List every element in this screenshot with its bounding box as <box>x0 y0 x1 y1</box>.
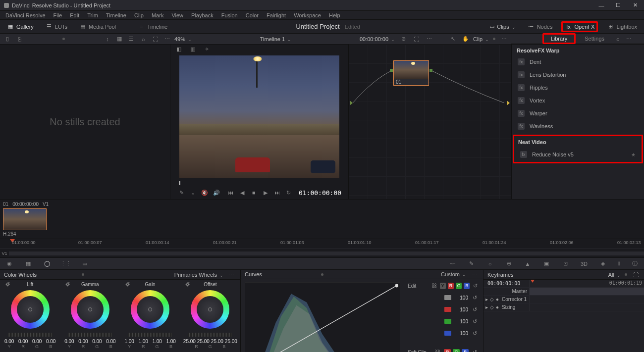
node-scope[interactable]: Clip <box>473 36 489 42</box>
wheel-value[interactable]: 1.00 <box>151 339 163 344</box>
wheel-value[interactable]: 1.00 <box>123 339 136 344</box>
fx-item-ripples[interactable]: fxRipples <box>512 81 644 94</box>
wheel-value[interactable]: 0.00 <box>31 339 44 344</box>
menu-help[interactable]: Help <box>325 12 344 19</box>
motion-effects-icon[interactable]: ▭ <box>80 259 89 268</box>
wheel-value[interactable]: 25.00 <box>224 339 237 344</box>
menu-file[interactable]: File <box>50 12 66 19</box>
node-graph-panel[interactable]: 01 <box>349 45 511 199</box>
green-intensity[interactable]: 100 <box>453 319 468 324</box>
list-icon[interactable]: ☰ <box>127 35 136 44</box>
timeline-toggle[interactable]: ≡Timeline <box>135 22 170 32</box>
split-icon[interactable]: ▥ <box>188 45 197 53</box>
camera-raw-icon[interactable]: ◉ <box>5 259 14 268</box>
g-softclip-chip[interactable]: G <box>453 349 460 352</box>
menu-view[interactable]: View <box>168 12 187 19</box>
viewer-zoom[interactable]: 49% <box>174 36 192 42</box>
loop-icon[interactable]: ↻ <box>284 188 293 197</box>
kf-visible-icon[interactable]: ● <box>496 304 499 310</box>
r-softclip-chip[interactable]: R <box>444 349 451 352</box>
sort-icon[interactable]: ↕ <box>103 35 112 44</box>
kf-expand-icon[interactable]: ⛶ <box>631 270 640 279</box>
link-icon[interactable]: ⛓ <box>430 281 438 290</box>
transport-tc[interactable]: 01:00:00:00 <box>299 189 341 197</box>
y-channel-chip[interactable]: Y <box>440 283 446 289</box>
hand-icon[interactable]: ✋ <box>461 35 470 44</box>
wipe-icon[interactable]: ◧ <box>174 45 183 53</box>
curves-icon[interactable]: ⬳ <box>448 259 457 268</box>
fx-tab-settings[interactable]: Settings <box>578 35 611 43</box>
kf-expand-icon[interactable]: ▸ <box>485 304 488 310</box>
sizing-icon[interactable]: ⊡ <box>561 259 570 268</box>
menu-color[interactable]: Color <box>242 12 262 19</box>
mute-icon[interactable]: 🔇 <box>201 188 209 197</box>
reset-icon[interactable]: ↺ <box>470 329 479 338</box>
curve-editor[interactable] <box>241 279 404 352</box>
pointer-icon[interactable]: ↖ <box>448 35 457 44</box>
wheel-value[interactable]: 0.00 <box>3 339 16 344</box>
tracker-icon[interactable]: ⊕ <box>504 259 513 268</box>
reset-icon[interactable]: ↺ <box>183 280 192 289</box>
key-icon[interactable]: ▣ <box>542 259 551 268</box>
rgb-mixer-icon[interactable]: ⋮⋮ <box>61 259 70 268</box>
stereo-icon[interactable]: 3D <box>580 259 589 268</box>
last-frame-icon[interactable]: ⏭ <box>272 188 281 197</box>
node-output-icon[interactable] <box>429 69 432 72</box>
menu-playback[interactable]: Playback <box>188 12 217 19</box>
wheel-value[interactable]: 0.00 <box>45 339 57 344</box>
fx-item-reducenoise[interactable]: fxReduce Noise v5★ <box>514 148 642 161</box>
clips-dropdown[interactable]: ▭Clips <box>485 22 518 32</box>
viewer-timeline-name[interactable]: Timeline 1 <box>260 36 291 42</box>
minimize-button[interactable]: ― <box>596 0 606 10</box>
node-more-icon[interactable]: ⋯ <box>499 35 508 44</box>
grid-icon[interactable]: ▦ <box>115 35 124 44</box>
keyframes-mode[interactable]: All <box>608 272 621 278</box>
wheel-value[interactable]: 25.00 <box>197 339 210 344</box>
wheel-handle-icon[interactable] <box>88 307 92 311</box>
reset-icon[interactable]: ↺ <box>123 280 132 289</box>
menu-trim[interactable]: Trim <box>84 12 102 19</box>
menu-edit[interactable]: Edit <box>66 12 83 19</box>
menu-mark[interactable]: Mark <box>148 12 167 19</box>
menu-workspace[interactable]: Workspace <box>290 12 324 19</box>
search-icon[interactable]: ⌕ <box>139 35 148 44</box>
color-wheel[interactable] <box>11 290 50 329</box>
viewer-more-icon[interactable]: ⋯ <box>425 35 433 44</box>
wheel-value[interactable]: 0.00 <box>17 339 30 344</box>
menu-clip[interactable]: Clip <box>131 12 147 19</box>
wheel-value[interactable]: 0.00 <box>91 339 104 344</box>
fx-more-icon[interactable]: ⋯ <box>624 34 633 43</box>
qualifier-icon[interactable]: ✎ <box>467 259 476 268</box>
first-frame-icon[interactable]: ⏮ <box>226 188 235 197</box>
gallery-toggle[interactable]: ▦Gallery <box>4 22 37 32</box>
reset-icon[interactable]: ↺ <box>3 280 12 289</box>
viewer-image[interactable] <box>179 55 339 178</box>
red-intensity[interactable]: 100 <box>453 307 468 312</box>
fx-search-icon[interactable]: ⌕ <box>613 34 622 43</box>
stop-icon[interactable]: ■ <box>250 188 258 197</box>
step-back-icon[interactable]: ◀ <box>238 188 246 197</box>
fx-tab-library[interactable]: Library <box>542 33 576 44</box>
reset-icon[interactable]: ↺ <box>471 348 479 352</box>
close-window-button[interactable]: ✕ <box>630 0 640 10</box>
jog-wheel[interactable] <box>8 333 53 337</box>
reset-icon[interactable]: ↺ <box>470 305 479 314</box>
reset-icon[interactable]: ↺ <box>470 317 479 326</box>
maximize-button[interactable]: ☐ <box>613 0 623 10</box>
nodes-toggle[interactable]: ⊶Nodes <box>525 22 556 32</box>
wheel-value[interactable]: 25.00 <box>183 339 196 344</box>
jog-wheel[interactable] <box>188 333 232 337</box>
blue-intensity[interactable]: 100 <box>453 331 468 336</box>
wheels-mode-dropdown[interactable]: Primaries Wheels <box>174 272 223 278</box>
link-icon[interactable]: ⛓ <box>433 348 442 352</box>
g-channel-chip[interactable]: G <box>456 283 462 289</box>
info-icon[interactable]: ⓘ <box>630 259 639 268</box>
kf-item-corrector[interactable]: Corrector 1 <box>502 297 527 302</box>
jog-wheel[interactable] <box>68 333 112 337</box>
mediapool-toggle[interactable]: ▤Media Pool <box>76 22 119 32</box>
menu-davinci[interactable]: DaVinci Resolve <box>2 12 49 19</box>
curves-more-icon[interactable]: ⋯ <box>470 270 479 279</box>
expand-icon[interactable]: ⛶ <box>151 35 160 44</box>
wand-icon[interactable]: ✧ <box>202 45 211 53</box>
jog-wheel[interactable] <box>128 333 172 337</box>
